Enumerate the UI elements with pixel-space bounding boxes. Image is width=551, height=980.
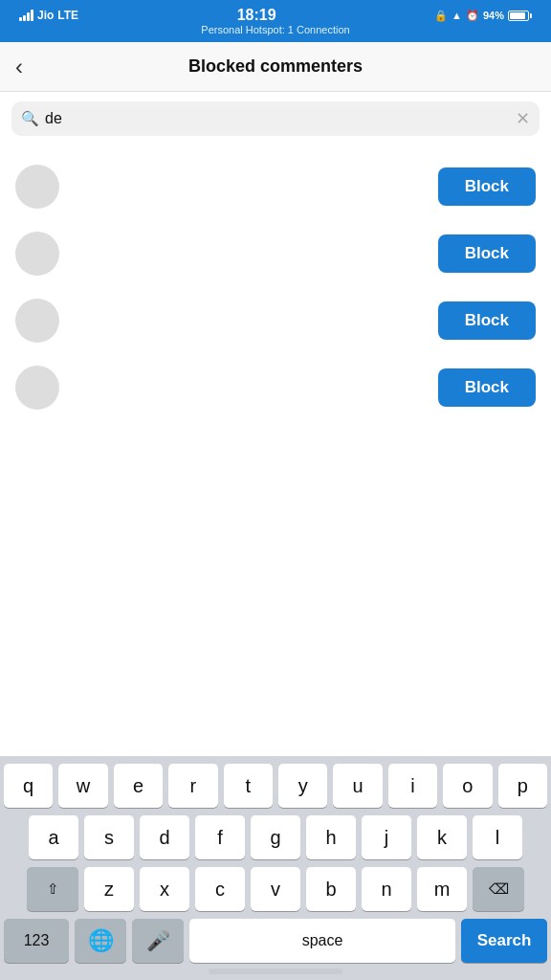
key-k[interactable]: k (417, 815, 467, 859)
key-m[interactable]: m (417, 867, 467, 911)
key-s[interactable]: s (84, 815, 134, 859)
time-display: 18:19 (237, 7, 276, 24)
content-area: Block Block Block Block (0, 145, 551, 685)
mic-icon: 🎤 (146, 929, 170, 952)
key-c[interactable]: c (195, 867, 245, 911)
user-list: Block Block Block Block (0, 145, 551, 429)
numbers-key[interactable]: 123 (4, 919, 69, 963)
nav-bar: ‹ Blocked commenters (0, 42, 551, 92)
status-left: Jio LTE (19, 9, 78, 22)
keyboard-row-1: q w e r t y u i o p (4, 764, 547, 808)
avatar (15, 165, 59, 209)
search-icon: 🔍 (21, 110, 39, 127)
user-row: Block (0, 153, 551, 220)
avatar (15, 366, 59, 410)
key-n[interactable]: n (362, 867, 411, 911)
key-a[interactable]: a (29, 815, 78, 859)
status-bar: Jio LTE 18:19 🔒 ▲ ⏰ 94% Personal Hotspot… (0, 0, 551, 42)
key-q[interactable]: q (4, 764, 53, 808)
keyboard-row-4: 123 🌐 🎤 space Search (4, 919, 547, 963)
key-y[interactable]: y (278, 764, 327, 808)
backspace-key[interactable]: ⌫ (473, 867, 524, 911)
block-button-3[interactable]: Block (438, 301, 536, 340)
mic-key[interactable]: 🎤 (132, 919, 184, 963)
key-z[interactable]: z (84, 867, 134, 911)
lock-icon: 🔒 (434, 10, 448, 22)
key-w[interactable]: w (58, 764, 107, 808)
key-e[interactable]: e (114, 764, 163, 808)
search-input[interactable] (45, 110, 510, 127)
key-d[interactable]: d (140, 815, 189, 859)
signal-bars (19, 10, 33, 21)
avatar (15, 232, 59, 276)
home-indicator (209, 969, 342, 974)
carrier-label: Jio (37, 9, 54, 22)
page-title: Blocked commenters (188, 56, 363, 77)
key-t[interactable]: t (224, 764, 273, 808)
key-f[interactable]: f (195, 815, 245, 859)
clear-button[interactable]: ✕ (516, 108, 530, 129)
search-bar: 🔍 ✕ (11, 101, 540, 136)
search-key[interactable]: Search (461, 919, 547, 963)
key-v[interactable]: v (251, 867, 300, 911)
battery-percent: 94% (483, 10, 504, 21)
battery-indicator (508, 11, 532, 21)
avatar (15, 299, 59, 343)
user-row: Block (0, 354, 551, 421)
user-row: Block (0, 220, 551, 287)
space-key[interactable]: space (189, 919, 455, 963)
status-right: 🔒 ▲ ⏰ 94% (434, 10, 532, 22)
key-o[interactable]: o (443, 764, 492, 808)
key-h[interactable]: h (306, 815, 356, 859)
block-button-2[interactable]: Block (438, 234, 536, 273)
network-type: LTE (57, 9, 78, 22)
key-p[interactable]: p (498, 764, 547, 808)
shift-key[interactable]: ⇧ (27, 867, 78, 911)
hotspot-text: Personal Hotspot: 1 Connection (201, 24, 349, 37)
block-button-1[interactable]: Block (438, 167, 536, 206)
key-i[interactable]: i (388, 764, 437, 808)
keyboard-row-3: ⇧ z x c v b n m ⌫ (4, 867, 547, 911)
key-u[interactable]: u (333, 764, 382, 808)
key-j[interactable]: j (362, 815, 411, 859)
search-container: 🔍 ✕ (0, 92, 551, 145)
key-x[interactable]: x (140, 867, 189, 911)
keyboard: q w e r t y u i o p a s d f g h j k l ⇧ … (0, 756, 551, 980)
user-row: Block (0, 287, 551, 354)
key-g[interactable]: g (251, 815, 300, 859)
globe-key[interactable]: 🌐 (75, 919, 126, 963)
alarm-icon: ⏰ (466, 10, 479, 22)
keyboard-row-2: a s d f g h j k l (4, 815, 547, 859)
location-icon: ▲ (452, 10, 462, 21)
globe-icon: 🌐 (88, 928, 114, 953)
back-button[interactable]: ‹ (15, 54, 46, 80)
key-b[interactable]: b (306, 867, 356, 911)
key-r[interactable]: r (168, 764, 217, 808)
block-button-4[interactable]: Block (438, 368, 536, 407)
key-l[interactable]: l (473, 815, 522, 859)
